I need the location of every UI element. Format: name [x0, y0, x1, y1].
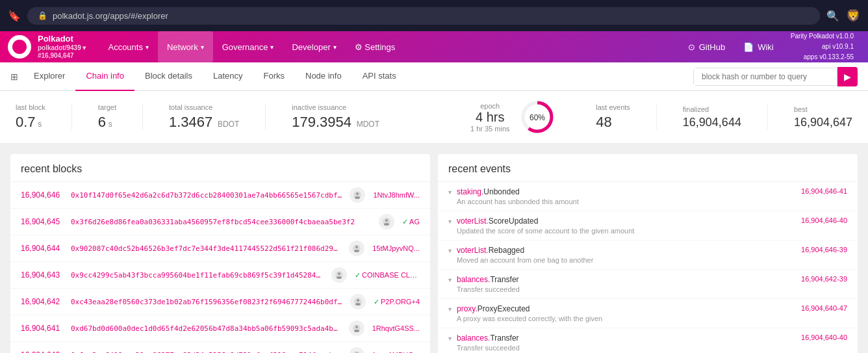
- event-method[interactable]: Transfer: [490, 275, 518, 284]
- event-arrow: ▾: [448, 247, 452, 254]
- divider-4: [656, 104, 657, 130]
- search-icon[interactable]: 🔍: [826, 10, 839, 22]
- recent-blocks-panel: recent blocks 16,904,646 0x10f147d0f65e4…: [10, 154, 430, 353]
- event-desc: Moved an account from one bag to another: [457, 256, 796, 264]
- epoch-progress-ring: 60%: [520, 100, 554, 134]
- event-arrow: ▾: [448, 218, 452, 225]
- validator-icon: [350, 294, 366, 309]
- governance-menu[interactable]: Governance ▾: [213, 31, 283, 62]
- block-hash[interactable]: 0x6aa2ea6418cce29ea86277ea83d34a5256e8d7…: [71, 351, 341, 354]
- url-bar[interactable]: 🔒 polkadot.js.org/apps/#/explorer: [27, 7, 820, 25]
- svg-point-16: [357, 299, 359, 302]
- search-button[interactable]: ▶: [837, 67, 858, 86]
- svg-point-5: [355, 196, 360, 199]
- validator-name[interactable]: 1RhqvtG4SS...: [372, 324, 420, 332]
- block-number[interactable]: 16,904,643: [21, 270, 63, 280]
- svg-point-19: [355, 326, 358, 328]
- developer-label: Developer: [292, 42, 330, 52]
- developer-menu[interactable]: Developer ▾: [283, 31, 345, 62]
- epoch-chart: 60%: [520, 100, 554, 134]
- event-name[interactable]: balances.Transfer: [457, 275, 519, 284]
- event-method[interactable]: Rebagged: [489, 246, 524, 255]
- list-item: ▾ balances.Transfer Transfer succeeded 1…: [438, 328, 858, 353]
- tab-forks[interactable]: Forks: [253, 62, 296, 91]
- settings-label: ⚙ Settings: [355, 42, 396, 52]
- blocks-list: 16,904,646 0x10f147d0f65e42d6a2c6d7b372d…: [10, 182, 430, 353]
- block-hash[interactable]: 0x3f6d26e8d86fea0a036331aba4560957ef8fbc…: [71, 218, 371, 226]
- tab-explorer[interactable]: Explorer: [23, 62, 75, 91]
- validator-icon: [349, 347, 364, 353]
- svg-point-13: [338, 272, 340, 275]
- block-number[interactable]: 16,904,644: [21, 244, 63, 253]
- accounts-menu[interactable]: Accounts ▾: [99, 31, 157, 62]
- event-content: voterList.ScoreUpdated Updated the score…: [457, 216, 796, 235]
- svg-point-17: [355, 303, 361, 306]
- governance-chevron: ▾: [270, 44, 274, 51]
- event-desc: An account has unbonded this amount: [457, 198, 796, 205]
- tab-latency[interactable]: Latency: [203, 62, 253, 91]
- block-hash[interactable]: 0x9cc4299c5ab43f3bcca995604be1f11efab69c…: [71, 271, 324, 280]
- list-item: ▾ voterList.Rebagged Moved an account fr…: [438, 241, 858, 270]
- event-name[interactable]: voterList.Rebagged: [457, 246, 524, 255]
- event-name[interactable]: proxy.ProxyExecuted: [457, 304, 530, 313]
- validator-name[interactable]: 1NtvJ8hmfW...: [373, 191, 420, 199]
- event-method[interactable]: Transfer: [490, 333, 518, 343]
- brave-icon: 🦁: [846, 8, 860, 23]
- tab-chain-info[interactable]: Chain info: [75, 62, 134, 91]
- wiki-link[interactable]: 📄 Wiki: [735, 31, 782, 62]
- event-name[interactable]: staking.Unbonded: [457, 187, 520, 196]
- bookmark-icon: 🔖: [8, 10, 21, 22]
- event-arrow: ▾: [448, 306, 452, 313]
- github-link[interactable]: ⊙ GitHub: [680, 31, 733, 62]
- divider-2: [142, 104, 143, 130]
- validator-name[interactable]: ✓COINBASE CLOUD-...: [355, 271, 420, 280]
- event-id[interactable]: 16,904,642-39: [801, 275, 847, 283]
- block-number[interactable]: 16,904,646: [21, 190, 63, 200]
- event-content: staking.Unbonded An account has unbonded…: [457, 187, 796, 205]
- block-number[interactable]: 16,904,645: [21, 217, 63, 226]
- tab-api-stats[interactable]: API stats: [352, 62, 407, 91]
- network-menu[interactable]: Network ▾: [158, 31, 213, 62]
- recent-events-title: recent events: [438, 154, 858, 182]
- list-item: ▾ voterList.ScoreUpdated Updated the sco…: [438, 211, 858, 241]
- event-method[interactable]: ProxyExecuted: [478, 304, 530, 313]
- block-number[interactable]: 16,904,640: [21, 350, 63, 353]
- event-id[interactable]: 16,904,640-47: [801, 304, 847, 312]
- total-issuance-stat: total issuance 1.3467 BDOT: [169, 103, 239, 131]
- block-hash[interactable]: 0x10f147d0f65e42d6a2c6d7b372d6ccb2840030…: [71, 191, 342, 200]
- tab-block-details[interactable]: Block details: [134, 62, 203, 91]
- recent-events-panel: recent events ▾ staking.Unbonded An acco…: [438, 154, 858, 353]
- block-number[interactable]: 16,904,642: [21, 297, 63, 306]
- event-name[interactable]: balances.Transfer: [457, 333, 519, 343]
- github-icon: ⊙: [688, 42, 695, 52]
- block-number[interactable]: 16,904,641: [21, 324, 63, 333]
- event-method[interactable]: Unbonded: [483, 187, 519, 196]
- block-hash[interactable]: 0xd67bd0d600a0dec1d0d65f4d2e62056b47d8a3…: [71, 324, 341, 333]
- svg-point-7: [385, 219, 388, 222]
- developer-chevron: ▾: [333, 44, 337, 51]
- epoch-section: epoch 4 hrs 1 hr 35 mins 60%: [470, 100, 554, 134]
- accounts-chevron: ▾: [146, 44, 149, 51]
- github-label: GitHub: [699, 42, 725, 52]
- validator-icon: [350, 187, 365, 203]
- svg-point-20: [354, 330, 359, 332]
- validator-name[interactable]: ✓P2P.ORG+4: [374, 298, 420, 306]
- browser-icons: 🔍 🦁: [826, 8, 860, 23]
- event-method[interactable]: ScoreUpdated: [489, 216, 539, 226]
- event-id[interactable]: 16,904,646-40: [801, 216, 847, 224]
- event-id[interactable]: 16,904,646-39: [801, 246, 847, 254]
- settings-menu[interactable]: ⚙ Settings: [346, 31, 405, 62]
- url-text: polkadot.js.org/apps/#/explorer: [53, 11, 168, 21]
- validator-name[interactable]: 15tMJpyvNQ...: [372, 244, 420, 252]
- block-hash[interactable]: 0xc43eaa28ef0560c373de1b02ab76f1596356ef…: [71, 298, 342, 306]
- validator-name[interactable]: ✓AG: [402, 218, 420, 226]
- tab-node-info[interactable]: Node info: [295, 62, 352, 91]
- event-id[interactable]: 16,904,646-41: [801, 187, 847, 195]
- search-input[interactable]: [694, 68, 837, 85]
- event-name[interactable]: voterList.ScoreUpdated: [457, 216, 538, 226]
- content-area: recent blocks 16,904,646 0x10f147d0f65e4…: [0, 144, 868, 353]
- block-hash[interactable]: 0x902087c40dc52b46526b3ef7dc7e344f3de411…: [71, 244, 341, 253]
- stats-bar: last block 0.7 s target 6 s total issuan…: [0, 91, 868, 144]
- epoch-info: epoch 4 hrs 1 hr 35 mins: [470, 102, 510, 133]
- event-id[interactable]: 16,904,640-40: [801, 333, 847, 341]
